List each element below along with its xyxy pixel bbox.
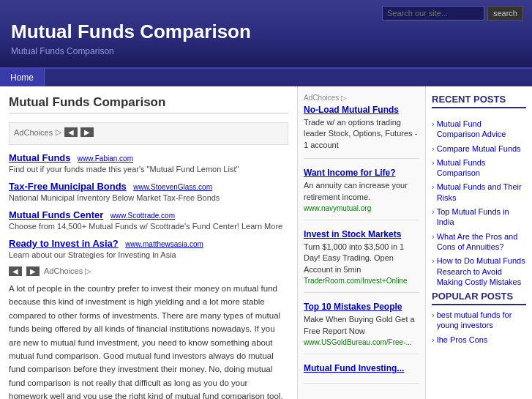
mid-ad-url-2: www.navymutual.org xyxy=(304,204,419,212)
mid-ad-label: AdChoices ▷ xyxy=(304,94,419,102)
arrow-icon-7: › xyxy=(432,256,435,265)
mid-ad-desc-1: Trade w/ an options trading leader Stock… xyxy=(304,117,419,151)
search-bar: search xyxy=(382,6,523,20)
page-title: Mutual Funds Comparison xyxy=(11,20,521,43)
sidebar-popular-1[interactable]: best mutual funds for young investors xyxy=(437,310,526,331)
search-input[interactable] xyxy=(382,6,484,20)
arrow-icon-6: › xyxy=(432,232,435,241)
bottom-ad-label: AdChoices ▷ xyxy=(44,266,91,276)
body-text: A lot of people in the country prefer to… xyxy=(9,282,288,399)
sidebar-recent-7[interactable]: How to Do Mutual Funds Research to Avoid… xyxy=(437,256,526,287)
mid-ad-block-5: Mutual Fund Investing... xyxy=(304,363,419,384)
middle-ads-column: AdChoices ▷ No-Load Mutual Funds Trade w… xyxy=(298,86,426,399)
link-item-4: Ready to Invest in Asia? www.matthewsasi… xyxy=(9,238,288,259)
mid-ad-desc-3: Turn $1,000 into $3,500 in 1 Day! Easy T… xyxy=(304,242,419,275)
search-button[interactable]: search xyxy=(487,6,523,20)
link-mutual-funds-url[interactable]: www.Fabian.com xyxy=(78,154,133,163)
ad-prev-button[interactable]: ◀ xyxy=(64,127,78,137)
sidebar-popular-2[interactable]: Ihe Pros Cons xyxy=(437,335,488,345)
mid-ad-url-4: www.USGoldBureau.com/Free-... xyxy=(304,338,419,346)
sidebar-recent-1[interactable]: Mutual Fund Comparison Advice xyxy=(437,119,526,140)
arrow-icon-p1: › xyxy=(432,310,435,319)
mid-ad-title-3[interactable]: Invest in Stock Markets xyxy=(304,229,419,239)
mid-ad-title-4[interactable]: Top 10 Mistakes People xyxy=(304,302,419,312)
link-invest-asia-desc: Learn about our Strategies for Investing… xyxy=(9,250,288,259)
main-heading: Mutual Funds Comparison xyxy=(9,95,288,113)
sidebar-recent-5[interactable]: Top Mutual Funds in India xyxy=(437,206,526,228)
sidebar-recent-6[interactable]: What Are the Pros and Cons of Annuities? xyxy=(437,231,526,253)
link-funds-center-url[interactable]: www.Scottrade.com xyxy=(110,212,175,220)
ad-next-button[interactable]: ▶ xyxy=(80,127,94,137)
mid-ad-title-1[interactable]: No-Load Mutual Funds xyxy=(304,105,419,115)
sidebar-link-5: › Top Mutual Funds in India xyxy=(432,206,526,228)
sidebar-recent-2[interactable]: Compare Mutual Funds xyxy=(437,143,521,154)
main-content: Mutual Funds Comparison AdChoices ▷ ◀ ▶ … xyxy=(0,86,532,399)
arrow-icon-4: › xyxy=(432,182,435,191)
link-mutual-funds-desc: Find out if your funds made this year's … xyxy=(9,165,288,174)
link-taxfree-bonds[interactable]: Tax-Free Municipal Bonds xyxy=(9,181,127,192)
sidebar-link-2: › Compare Mutual Funds xyxy=(432,143,526,154)
popular-posts-title: POPULAR POSTS xyxy=(432,291,526,305)
bottom-ad-next[interactable]: ▶ xyxy=(26,266,40,276)
center-column: Mutual Funds Comparison AdChoices ▷ ◀ ▶ … xyxy=(0,86,298,399)
top-ad-section: AdChoices ▷ ◀ ▶ xyxy=(9,122,288,145)
arrow-icon-3: › xyxy=(432,158,435,167)
ad-nav: AdChoices ▷ ◀ ▶ xyxy=(14,127,283,137)
arrow-icon-5: › xyxy=(432,207,435,216)
header: search Mutual Funds Comparison Mutual Fu… xyxy=(0,0,532,67)
mid-ad-desc-2: An annuity can increase your retirement … xyxy=(304,180,419,203)
link-taxfree-url[interactable]: www.StoevenGlass.com xyxy=(133,183,212,191)
sidebar-recent-4[interactable]: Mutual Funds and Their Risks xyxy=(437,182,526,203)
mid-ad-block-4: Top 10 Mistakes People Make When Buying … xyxy=(304,302,419,354)
bottom-ad-row: ◀ ▶ AdChoices ▷ xyxy=(9,266,288,276)
mid-ad-block-2: Want Income for Life? An annuity can inc… xyxy=(304,168,419,220)
nav-home[interactable]: Home xyxy=(0,69,45,86)
arrow-icon-1: › xyxy=(432,119,435,128)
link-funds-center[interactable]: Mutual Funds Center xyxy=(9,209,103,220)
link-mutual-funds[interactable]: Mutual Funds xyxy=(9,152,71,163)
link-item-1: Mutual Funds www.Fabian.com Find out if … xyxy=(9,152,288,174)
mid-ad-url-3: TraderRoom.com/Invest+Online xyxy=(304,277,419,285)
arrow-icon-p2: › xyxy=(432,335,435,344)
sidebar-link-3: › Mutual Funds Comparison xyxy=(432,157,526,179)
sidebar-recent-3[interactable]: Mutual Funds Comparison xyxy=(437,157,526,179)
mid-ad-desc-4: Make When Buying Gold Get a Free Report … xyxy=(304,314,419,337)
sidebar: RECENT POSTS › Mutual Fund Comparison Ad… xyxy=(426,86,532,399)
mid-ad-title-5[interactable]: Mutual Fund Investing... xyxy=(304,363,419,373)
sidebar-link-1: › Mutual Fund Comparison Advice xyxy=(432,119,526,140)
ad-choices-label: AdChoices xyxy=(14,128,53,137)
ad-choices-icon: ▷ xyxy=(56,127,61,137)
mid-ad-block-1: No-Load Mutual Funds Trade w/ an options… xyxy=(304,105,419,159)
mid-ad-block-3: Invest in Stock Markets Turn $1,000 into… xyxy=(304,229,419,293)
sidebar-link-4: › Mutual Funds and Their Risks xyxy=(432,182,526,203)
sidebar-link-6: › What Are the Pros and Cons of Annuitie… xyxy=(432,231,526,253)
link-item-2: Tax-Free Municipal Bonds www.StoevenGlas… xyxy=(9,181,288,202)
mid-ad-title-2[interactable]: Want Income for Life? xyxy=(304,168,419,178)
link-taxfree-desc: National Municipal Inventory Below Marke… xyxy=(9,193,288,202)
sidebar-popular-link-2: › Ihe Pros Cons xyxy=(432,335,526,345)
sidebar-popular-link-1: › best mutual funds for young investors xyxy=(432,310,526,331)
recent-posts-title: RECENT POSTS xyxy=(432,94,526,108)
link-item-3: Mutual Funds Center www.Scottrade.com Ch… xyxy=(9,209,288,231)
sidebar-link-7: › How to Do Mutual Funds Research to Avo… xyxy=(432,256,526,287)
header-subtitle: Mutual Funds Comparison xyxy=(11,46,521,56)
arrow-icon-2: › xyxy=(432,144,435,153)
nav-bar: Home xyxy=(0,67,532,86)
link-invest-asia-url[interactable]: www.matthewsasia.com xyxy=(125,240,203,248)
bottom-ad-prev[interactable]: ◀ xyxy=(9,266,22,276)
link-invest-asia[interactable]: Ready to Invest in Asia? xyxy=(9,238,119,249)
link-funds-center-desc: Choose from 14,500+ Mutual Funds w/ Scot… xyxy=(9,222,288,231)
